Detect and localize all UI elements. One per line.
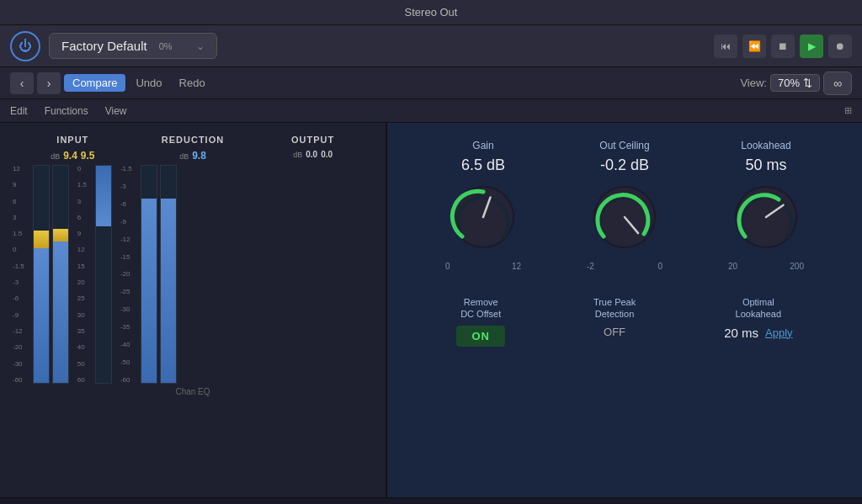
- optimal-value: 20 ms: [724, 326, 758, 340]
- out-ceiling-range: -2 0: [587, 262, 662, 271]
- gain-knob-group: Gain 6.5 dB 0 12: [445, 140, 521, 271]
- edit-menu[interactable]: Edit: [10, 105, 28, 117]
- view-label: View:: [740, 77, 767, 89]
- knobs-row: Gain 6.5 dB 0 12: [412, 140, 837, 271]
- controls-row: RemoveDC Offset ON True PeakDetection OF…: [412, 296, 837, 347]
- view-arrows-icon: ⇅: [803, 77, 812, 89]
- output-val1: 0.0: [306, 150, 317, 159]
- reduction-val: 9.8: [192, 150, 206, 162]
- view-value-display[interactable]: 70% ⇅: [770, 74, 820, 92]
- preset-dropdown[interactable]: Factory Default 0% ⌄: [49, 33, 217, 59]
- preset-percent: 0%: [159, 41, 173, 51]
- transport-play-btn[interactable]: ▶: [800, 34, 823, 58]
- chevron-down-icon: ⌄: [196, 40, 205, 52]
- link-button[interactable]: ∞: [823, 72, 852, 95]
- power-button[interactable]: ⏻: [10, 31, 40, 61]
- reduction-label: REDUCTION: [162, 135, 224, 145]
- reduction-db-label: dB: [179, 152, 189, 161]
- out-ceiling-max: 0: [657, 262, 662, 271]
- transport-controls: ⏮ ⏪ ⏹ ▶ ⏺: [714, 34, 852, 58]
- view-menu[interactable]: View: [105, 105, 127, 117]
- lookahead-range: 20 200: [728, 262, 804, 271]
- meters-header: INPUT REDUCTION OUTPUT: [13, 131, 373, 146]
- lookahead-max: 200: [790, 262, 804, 271]
- toolbar: ⏻ Factory Default 0% ⌄ ⏮ ⏪ ⏹ ▶ ⏺: [0, 25, 862, 67]
- dc-offset-toggle[interactable]: ON: [456, 326, 505, 347]
- compare-button[interactable]: Compare: [64, 74, 125, 92]
- lookahead-value: 50 ms: [745, 157, 786, 174]
- view-percentage: 70%: [778, 77, 800, 89]
- input-val1: 9.4: [63, 150, 77, 162]
- nav-row: ‹ › Compare Undo Redo View: 70% ⇅ ∞: [0, 67, 862, 99]
- left-panel: INPUT REDUCTION OUTPUT dB 9.4 9.5 dB 9.8…: [0, 123, 387, 497]
- true-peak-label: True PeakDetection: [593, 296, 636, 321]
- reduction-bar: [95, 165, 112, 384]
- gain-max: 12: [512, 262, 521, 271]
- dc-offset-group: RemoveDC Offset ON: [456, 296, 505, 347]
- undo-button[interactable]: Undo: [129, 77, 168, 89]
- transport-record-btn[interactable]: ⏺: [828, 34, 852, 58]
- gain-min: 0: [445, 262, 450, 271]
- true-peak-toggle[interactable]: OFF: [604, 326, 625, 338]
- edit-row-extra: ⊞: [844, 105, 852, 116]
- edit-row: Edit Functions View ⊞: [0, 99, 862, 123]
- gain-label: Gain: [472, 140, 493, 151]
- optimal-value-row: 20 ms Apply: [724, 326, 792, 340]
- output-db-label: dB: [293, 151, 302, 159]
- channel-eq-label: Chan EQ: [13, 387, 373, 396]
- gain-knob[interactable]: [445, 179, 521, 255]
- window-title: Stereo Out: [405, 6, 458, 19]
- top-bar: Stereo Out: [0, 0, 862, 25]
- output-bars: [141, 165, 177, 384]
- link-icon: ∞: [833, 77, 842, 90]
- lookahead-knob[interactable]: [728, 179, 804, 255]
- output-val2: 0.0: [321, 150, 333, 159]
- back-button[interactable]: ‹: [10, 72, 34, 94]
- optimal-lookahead-label: OptimalLookahead: [736, 296, 781, 321]
- main-content: INPUT REDUCTION OUTPUT dB 9.4 9.5 dB 9.8…: [0, 123, 862, 497]
- gain-range: 0 12: [445, 262, 521, 271]
- lookahead-knob-group: Lookahead 50 ms 20 200: [728, 140, 804, 271]
- redo-button[interactable]: Redo: [173, 77, 212, 89]
- true-peak-group: True PeakDetection OFF: [593, 296, 636, 338]
- out-ceiling-value: -0.2 dB: [600, 157, 649, 174]
- preset-name: Factory Default: [61, 39, 147, 53]
- functions-menu[interactable]: Functions: [45, 105, 88, 117]
- lookahead-min: 20: [728, 262, 737, 271]
- out-ceiling-min: -2: [587, 262, 594, 271]
- optimal-lookahead-group: OptimalLookahead 20 ms Apply: [724, 296, 792, 340]
- input-label: INPUT: [56, 135, 88, 145]
- transport-prev-btn[interactable]: ⏪: [742, 34, 766, 58]
- gain-value: 6.5 dB: [461, 157, 505, 174]
- out-ceiling-knob[interactable]: [587, 179, 662, 255]
- input-val2: 9.5: [81, 150, 95, 162]
- output-label: OUTPUT: [291, 135, 334, 145]
- input-bars: [33, 165, 69, 384]
- out-ceiling-knob-group: Out Ceiling -0.2 dB -2 0: [587, 140, 662, 271]
- dc-offset-label: RemoveDC Offset: [460, 296, 501, 321]
- transport-stop-btn[interactable]: ⏹: [771, 34, 795, 58]
- apply-button[interactable]: Apply: [765, 326, 793, 339]
- power-icon: ⏻: [19, 39, 32, 54]
- input-db-label: dB: [51, 152, 60, 161]
- forward-button[interactable]: ›: [37, 72, 61, 94]
- right-panel: Gain 6.5 dB 0 12: [387, 123, 862, 497]
- transport-back-btn[interactable]: ⏮: [714, 34, 737, 58]
- lookahead-label: Lookahead: [741, 140, 790, 151]
- out-ceiling-label: Out Ceiling: [599, 140, 649, 151]
- bottom-bar: Adaptive Limiter: [0, 497, 862, 504]
